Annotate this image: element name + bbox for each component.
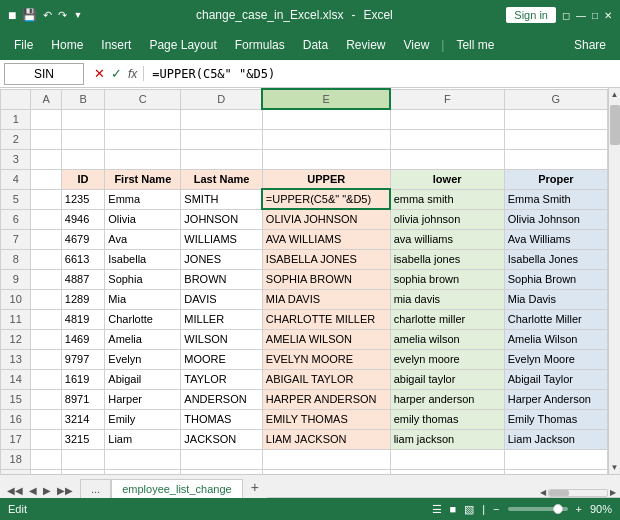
cell-F4[interactable]: lower xyxy=(390,169,504,189)
col-E[interactable]: E xyxy=(262,89,390,109)
cell-D4[interactable]: Last Name xyxy=(181,169,262,189)
insert-function-icon[interactable]: fx xyxy=(128,67,137,81)
cell-19-2[interactable] xyxy=(105,469,181,474)
tab-active[interactable]: employee_list_change xyxy=(111,479,242,498)
cell-B2[interactable] xyxy=(61,129,104,149)
cell-B15[interactable]: 8971 xyxy=(61,389,104,409)
cell-D14[interactable]: TAYLOR xyxy=(181,369,262,389)
cell-B6[interactable]: 4946 xyxy=(61,209,104,229)
h-scroll-thumb[interactable] xyxy=(549,490,569,496)
undo-icon[interactable]: ↶ xyxy=(43,9,52,22)
cell-E3[interactable] xyxy=(262,149,390,169)
cell-F13[interactable]: evelyn moore xyxy=(390,349,504,369)
cell-E1[interactable] xyxy=(262,109,390,129)
cell-C17[interactable]: Liam xyxy=(105,429,181,449)
cell-18-4[interactable] xyxy=(262,449,390,469)
cell-B9[interactable]: 4887 xyxy=(61,269,104,289)
cell-A7[interactable] xyxy=(31,229,61,249)
cell-G16[interactable]: Emily Thomas xyxy=(504,409,607,429)
add-sheet-button[interactable]: + xyxy=(243,476,267,498)
cell-A10[interactable] xyxy=(31,289,61,309)
zoom-in-icon[interactable]: + xyxy=(576,503,582,515)
cell-D5[interactable]: SMITH xyxy=(181,189,262,209)
cell-B16[interactable]: 3214 xyxy=(61,409,104,429)
cell-F15[interactable]: harper anderson xyxy=(390,389,504,409)
col-B[interactable]: B xyxy=(61,89,104,109)
col-G[interactable]: G xyxy=(504,89,607,109)
cell-A15[interactable] xyxy=(31,389,61,409)
cell-A6[interactable] xyxy=(31,209,61,229)
cell-E4[interactable]: UPPER xyxy=(262,169,390,189)
customize-icon[interactable]: ▼ xyxy=(73,10,82,20)
col-F[interactable]: F xyxy=(390,89,504,109)
cell-D17[interactable]: JACKSON xyxy=(181,429,262,449)
cell-C3[interactable] xyxy=(105,149,181,169)
cell-D8[interactable]: JONES xyxy=(181,249,262,269)
view-page-icon[interactable]: ▧ xyxy=(464,503,474,516)
zoom-thumb[interactable] xyxy=(553,504,563,514)
redo-icon[interactable]: ↷ xyxy=(58,9,67,22)
maximize-icon[interactable]: □ xyxy=(592,10,598,21)
menu-home[interactable]: Home xyxy=(43,34,91,56)
cell-A2[interactable] xyxy=(31,129,61,149)
cell-B12[interactable]: 1469 xyxy=(61,329,104,349)
cell-E13[interactable]: EVELYN MOORE xyxy=(262,349,390,369)
cell-19-0[interactable] xyxy=(31,469,61,474)
scroll-down-icon[interactable]: ▼ xyxy=(609,461,620,474)
scroll-thumb[interactable] xyxy=(610,105,620,145)
cell-E7[interactable]: AVA WILLIAMS xyxy=(262,229,390,249)
cell-A13[interactable] xyxy=(31,349,61,369)
cell-A16[interactable] xyxy=(31,409,61,429)
name-box[interactable]: SIN xyxy=(4,63,84,85)
cell-F17[interactable]: liam jackson xyxy=(390,429,504,449)
cell-G2[interactable] xyxy=(504,129,607,149)
cell-F6[interactable]: olivia johnson xyxy=(390,209,504,229)
cell-G5[interactable]: Emma Smith xyxy=(504,189,607,209)
menu-data[interactable]: Data xyxy=(295,34,336,56)
cell-F11[interactable]: charlotte miller xyxy=(390,309,504,329)
cell-C7[interactable]: Ava xyxy=(105,229,181,249)
cell-A4[interactable] xyxy=(31,169,61,189)
cell-F8[interactable]: isabella jones xyxy=(390,249,504,269)
cell-19-3[interactable] xyxy=(181,469,262,474)
cell-B4[interactable]: ID xyxy=(61,169,104,189)
cell-A12[interactable] xyxy=(31,329,61,349)
cell-D12[interactable]: WILSON xyxy=(181,329,262,349)
cell-18-2[interactable] xyxy=(105,449,181,469)
cell-E12[interactable]: AMELIA WILSON xyxy=(262,329,390,349)
sign-in-button[interactable]: Sign in xyxy=(506,7,556,23)
cell-B1[interactable] xyxy=(61,109,104,129)
horizontal-scrollbar[interactable]: ◀ ▶ xyxy=(536,488,620,498)
zoom-out-icon[interactable]: − xyxy=(493,503,499,515)
cell-F2[interactable] xyxy=(390,129,504,149)
cell-G11[interactable]: Charlotte Miller xyxy=(504,309,607,329)
cell-C2[interactable] xyxy=(105,129,181,149)
formula-input[interactable] xyxy=(144,67,620,81)
cell-E10[interactable]: MIA DAVIS xyxy=(262,289,390,309)
cell-19-1[interactable] xyxy=(61,469,104,474)
cell-C12[interactable]: Amelia xyxy=(105,329,181,349)
cell-D3[interactable] xyxy=(181,149,262,169)
cell-G1[interactable] xyxy=(504,109,607,129)
cell-D7[interactable]: WILLIAMS xyxy=(181,229,262,249)
cell-E15[interactable]: HARPER ANDERSON xyxy=(262,389,390,409)
cell-A1[interactable] xyxy=(31,109,61,129)
menu-file[interactable]: File xyxy=(6,34,41,56)
cell-G17[interactable]: Liam Jackson xyxy=(504,429,607,449)
cell-G12[interactable]: Amelia Wilson xyxy=(504,329,607,349)
cell-G14[interactable]: Abigail Taylor xyxy=(504,369,607,389)
cell-18-5[interactable] xyxy=(390,449,504,469)
cell-E14[interactable]: ABIGAIL TAYLOR xyxy=(262,369,390,389)
cell-A17[interactable] xyxy=(31,429,61,449)
cell-D16[interactable]: THOMAS xyxy=(181,409,262,429)
cell-C14[interactable]: Abigail xyxy=(105,369,181,389)
cell-C13[interactable]: Evelyn xyxy=(105,349,181,369)
cell-E6[interactable]: OLIVIA JOHNSON xyxy=(262,209,390,229)
cell-F5[interactable]: emma smith xyxy=(390,189,504,209)
cell-G3[interactable] xyxy=(504,149,607,169)
cell-F7[interactable]: ava williams xyxy=(390,229,504,249)
menu-share[interactable]: Share xyxy=(566,34,614,56)
cell-D13[interactable]: MOORE xyxy=(181,349,262,369)
cell-19-4[interactable] xyxy=(262,469,390,474)
tab-nav-next[interactable]: ▶ xyxy=(40,483,54,498)
